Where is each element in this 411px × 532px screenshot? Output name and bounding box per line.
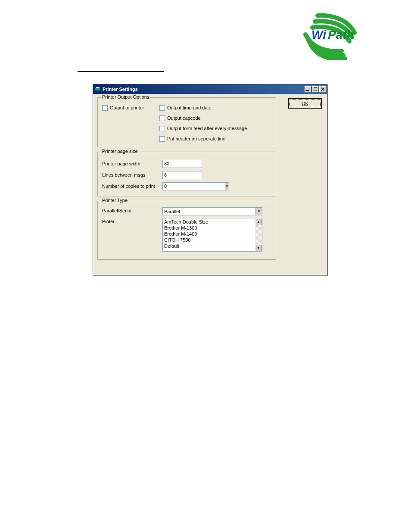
list-item[interactable]: CITOH 7500 bbox=[164, 237, 254, 243]
put-header-checkbox[interactable] bbox=[159, 136, 165, 142]
parallel-serial-label: Parallel/Serial bbox=[102, 207, 162, 213]
svg-text:Path: Path bbox=[328, 28, 354, 41]
checkbox-label: Output capcode bbox=[167, 115, 201, 121]
svg-text:Wi: Wi bbox=[311, 28, 327, 41]
parallel-serial-input[interactable] bbox=[162, 207, 255, 215]
close-button[interactable] bbox=[319, 86, 326, 92]
list-item[interactable]: Brother M-1409 bbox=[164, 231, 254, 237]
scroll-down-button[interactable]: ▼ bbox=[255, 244, 262, 251]
maximize-button[interactable] bbox=[312, 86, 319, 92]
printer-type-group: Printer Type Parallel/Serial ▼ Pinter Am… bbox=[97, 201, 276, 260]
parallel-serial-combo[interactable]: ▼ bbox=[162, 207, 262, 215]
checkbox-label: Output time and date bbox=[167, 105, 212, 110]
output-capcode-checkbox[interactable] bbox=[159, 115, 165, 121]
chevron-down-icon[interactable]: ▼ bbox=[225, 182, 229, 190]
brand-logo: Wi Path bbox=[297, 13, 361, 60]
checkbox-label: Put header on seperate line bbox=[167, 136, 225, 141]
list-item[interactable]: Default bbox=[164, 243, 254, 249]
window-title: Printer Settings bbox=[103, 87, 305, 92]
group-legend: Printer Output Options bbox=[101, 94, 150, 100]
app-icon bbox=[95, 87, 101, 92]
copies-combo[interactable]: ▼ bbox=[162, 182, 202, 190]
list-item[interactable]: Brother M-1309 bbox=[164, 225, 254, 231]
section-divider bbox=[78, 71, 164, 72]
svg-rect-5 bbox=[306, 90, 309, 91]
printer-page-size-group: Printer page size Printer page width Lin… bbox=[97, 152, 276, 196]
chevron-down-icon[interactable]: ▼ bbox=[255, 207, 262, 215]
page-width-input[interactable] bbox=[162, 160, 202, 168]
minimize-button[interactable] bbox=[305, 86, 311, 92]
scroll-up-button[interactable]: ▲ bbox=[255, 218, 262, 225]
printer-label: Pinter bbox=[102, 218, 162, 224]
svg-rect-7 bbox=[314, 87, 317, 88]
checkbox-label: Output form feed after every message bbox=[167, 126, 247, 131]
svg-rect-3 bbox=[95, 88, 100, 90]
page-width-label: Printer page width bbox=[102, 161, 162, 166]
output-time-date-checkbox[interactable] bbox=[159, 105, 165, 111]
copies-label: Number of copies to print bbox=[102, 184, 162, 189]
checkbox-label: Output to printer bbox=[110, 105, 144, 110]
printer-settings-window: Printer Settings OK Printer Output Optio… bbox=[93, 84, 327, 275]
output-to-printer-checkbox[interactable] bbox=[102, 105, 108, 111]
printer-output-options-group: Printer Output Options Output to printer… bbox=[97, 97, 276, 147]
ok-button-label: OK bbox=[302, 101, 308, 106]
ok-button[interactable]: OK bbox=[288, 98, 322, 109]
output-form-feed-checkbox[interactable] bbox=[159, 126, 165, 131]
copies-input[interactable] bbox=[162, 182, 225, 190]
group-legend: Printer Type bbox=[101, 198, 129, 203]
scrollbar[interactable]: ▲ ▼ bbox=[255, 218, 262, 251]
titlebar[interactable]: Printer Settings bbox=[93, 84, 327, 94]
printer-listbox[interactable]: AmTech Double Size Brother M-1309 Brothe… bbox=[162, 218, 262, 252]
lines-between-input[interactable] bbox=[162, 171, 202, 179]
group-legend: Printer page size bbox=[101, 149, 139, 154]
scroll-track[interactable] bbox=[255, 225, 262, 244]
lines-between-label: Lines between msgs bbox=[102, 172, 162, 177]
svg-rect-4 bbox=[96, 87, 100, 88]
list-item[interactable]: AmTech Double Size bbox=[164, 219, 254, 225]
